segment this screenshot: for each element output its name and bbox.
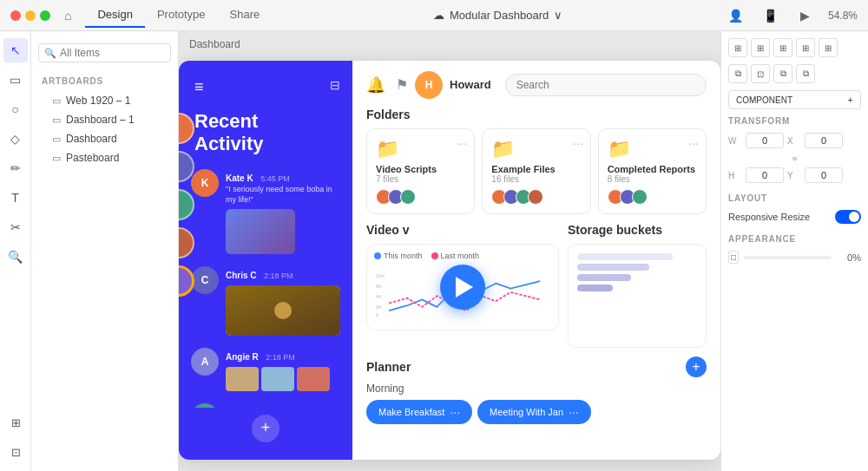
bell-icon[interactable]: 🔔: [366, 75, 385, 95]
folders-section: Folders ··· 📁 Video Scripts 7 files: [366, 108, 707, 214]
height-input[interactable]: [746, 167, 784, 183]
task-menu-icon[interactable]: ···: [569, 405, 579, 419]
select-tool[interactable]: ↖: [3, 38, 28, 62]
folder-card-reports[interactable]: ··· 📁 Completed Reports 8 files: [598, 128, 707, 214]
storage-bar: [577, 264, 649, 271]
tab-design[interactable]: Design: [85, 3, 144, 28]
crop-tool[interactable]: ✂: [3, 215, 28, 239]
flip-icon[interactable]: ⧉: [796, 64, 815, 83]
wh-row: W X: [728, 133, 861, 148]
ellipse-tool[interactable]: ○: [3, 97, 28, 121]
activity-sidebar: ≡ RecentActivity ⊟ K Kate K 5:45 PM "I s…: [179, 61, 352, 460]
home-icon[interactable]: ⌂: [64, 9, 71, 23]
search-bar[interactable]: 🔍: [38, 43, 171, 62]
duplicate-icon[interactable]: ⊡: [751, 64, 770, 83]
dashboard-search[interactable]: [505, 74, 707, 96]
assets-icon[interactable]: ⊡: [3, 440, 28, 464]
maximize-button[interactable]: [40, 10, 50, 21]
minimize-button[interactable]: [25, 10, 36, 21]
rectangle-tool[interactable]: ▭: [3, 68, 28, 92]
nav-avatar-3[interactable]: [179, 189, 194, 220]
notification-icon[interactable]: ⚑: [396, 76, 408, 93]
nav-avatar-4[interactable]: [179, 227, 194, 258]
paste-icon[interactable]: ⧉: [773, 64, 792, 83]
folder-icon: 📁: [608, 138, 697, 160]
add-button[interactable]: +: [252, 415, 279, 442]
opacity-icon: □: [728, 251, 739, 264]
planner-add-button[interactable]: +: [686, 357, 707, 377]
nav-avatar-2[interactable]: [179, 151, 194, 182]
appearance-label: APPEARANCE: [728, 234, 861, 244]
task-make-breakfast[interactable]: Make Breakfast ···: [366, 400, 472, 424]
activity-header: Kate K 5:45 PM: [226, 169, 340, 185]
play-button-overlay[interactable]: [440, 265, 485, 310]
topbar-left: ⌂ Design Prototype Share: [10, 3, 272, 28]
y-input[interactable]: [805, 167, 843, 183]
transform-section: TRANSFORM W X ⚭ H Y: [728, 116, 861, 183]
user-name: Howard: [450, 78, 491, 91]
user-avatar: H: [415, 71, 443, 99]
text-tool[interactable]: T: [3, 186, 28, 210]
svg-text:10K: 10K: [376, 272, 385, 278]
tab-share[interactable]: Share: [218, 3, 273, 28]
copy-icon[interactable]: ⧉: [728, 64, 747, 83]
topbar-right: 👤 📱 ▶ 54.8%: [724, 3, 858, 28]
activity-item: K Kate K 5:45 PM "I seriously need some …: [187, 169, 344, 253]
responsive-toggle[interactable]: [835, 210, 861, 224]
activity-list: K Kate K 5:45 PM "I seriously need some …: [187, 169, 344, 407]
folder-menu-icon[interactable]: ···: [688, 136, 699, 150]
nav-avatar-1[interactable]: [179, 113, 194, 144]
folder-name: Example Files: [491, 164, 581, 174]
align-right-icon[interactable]: ⊞: [773, 38, 792, 57]
avatar-icon[interactable]: 👤: [724, 3, 748, 28]
link-icon[interactable]: ⚭: [791, 154, 799, 165]
repeat-grid-button[interactable]: COMPONENT +: [728, 90, 861, 109]
legend-last-month: Last month: [431, 252, 480, 260]
tab-prototype[interactable]: Prototype: [145, 3, 218, 28]
align-center-icon[interactable]: ⊞: [751, 38, 770, 57]
folder-icon: 📁: [376, 138, 465, 160]
play-icon[interactable]: ▶: [793, 3, 818, 28]
pen-tool[interactable]: ✏: [3, 156, 28, 180]
folder-menu-icon[interactable]: ···: [457, 136, 468, 150]
canvas: Dashboard ≡ RecentActivity ⊟: [179, 31, 720, 471]
w-label: W: [728, 136, 742, 146]
close-button[interactable]: [10, 10, 21, 21]
device-icon[interactable]: 📱: [759, 3, 783, 28]
layers-icon[interactable]: ⊞: [3, 410, 28, 435]
storage-bar: [577, 274, 631, 281]
align-left-icon[interactable]: ⊞: [728, 38, 747, 57]
task-menu-icon[interactable]: ···: [450, 405, 460, 419]
filter-icon[interactable]: ⊟: [330, 78, 340, 92]
polygon-tool[interactable]: ◇: [3, 127, 28, 151]
width-input[interactable]: [746, 133, 784, 148]
legend-dot-blue: [374, 252, 381, 259]
folder-count: 8 files: [608, 174, 697, 184]
folder-card-example[interactable]: ··· 📁 Example Files 16 files: [482, 128, 590, 214]
folder-card-video[interactable]: ··· 📁 Video Scripts 7 files: [366, 128, 475, 214]
opacity-bar[interactable]: [744, 256, 832, 259]
task-meeting[interactable]: Meeting With Jan ···: [477, 400, 591, 424]
folder-avatars: [491, 189, 581, 205]
nav-avatar-5[interactable]: [179, 265, 194, 297]
sidebar-item-web1920[interactable]: ▭ Web 1920 – 1: [42, 91, 168, 110]
align-top-icon[interactable]: ⊞: [796, 38, 815, 57]
artboards-label: ARTBOARDS: [42, 76, 168, 86]
add-component-icon[interactable]: +: [848, 95, 853, 105]
play-button[interactable]: [440, 265, 485, 310]
legend-label: Last month: [441, 252, 480, 260]
sidebar-item-pasteboard[interactable]: ▭ Pasteboard: [42, 148, 168, 167]
zoom-tool[interactable]: 🔍: [3, 245, 28, 269]
folders-row: ··· 📁 Video Scripts 7 files ···: [366, 128, 707, 214]
search-input[interactable]: [60, 47, 165, 59]
sidebar-item-dashboard[interactable]: ▭ Dashboard: [42, 129, 168, 148]
sidebar-item-dashboard1[interactable]: ▭ Dashboard – 1: [42, 110, 168, 129]
folder-menu-icon[interactable]: ···: [573, 136, 583, 150]
menu-icon[interactable]: ≡: [194, 78, 204, 96]
x-input[interactable]: [805, 133, 843, 148]
distribute-icon[interactable]: ⊞: [819, 38, 838, 57]
h-label: H: [728, 171, 742, 180]
chevron-down-icon[interactable]: ∨: [554, 9, 562, 22]
opacity-row: □ 0%: [728, 251, 861, 264]
x-label: X: [787, 136, 801, 146]
